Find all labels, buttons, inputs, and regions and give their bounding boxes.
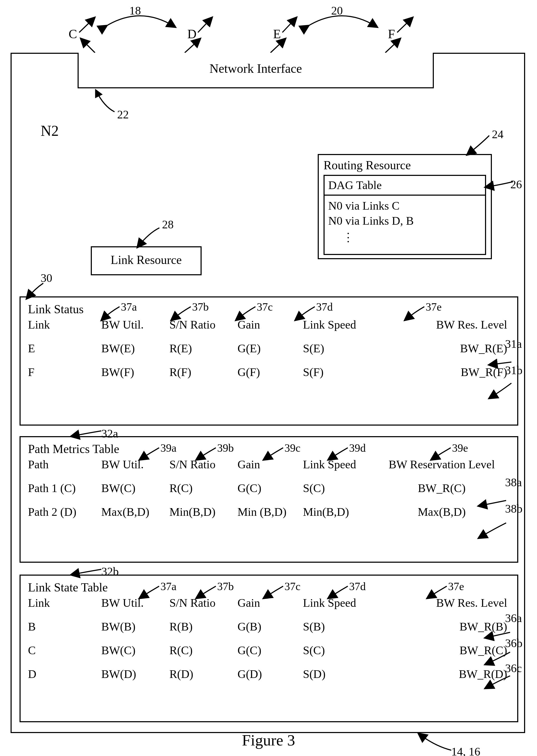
cell: R(C)	[169, 481, 237, 495]
cell: Path 1 (C)	[28, 481, 101, 495]
hdr-path: Path	[28, 458, 101, 471]
cell: S(D)	[303, 667, 382, 681]
link-resource-box: Link Resource	[91, 246, 202, 275]
link-status-box: Link Status 37a 37b 37c 37d 37e Link BW …	[20, 296, 518, 426]
ref28-lead	[133, 225, 175, 249]
cell: S(C)	[303, 481, 376, 495]
cell: S(B)	[303, 620, 382, 633]
ref31a-label: 31a	[505, 337, 522, 351]
svg-text:39e: 39e	[452, 442, 468, 454]
svg-line-2	[82, 40, 95, 53]
cell: R(E)	[169, 342, 237, 355]
link-state-row-C: C BW(C) R(C) G(C) S(C) BW_R(C)	[28, 644, 513, 667]
ref24-label: 24	[492, 128, 504, 141]
network-interface-box: Network Interface	[78, 53, 434, 88]
n2-device-box: Network Interface 22 N2 Routing Resource…	[11, 53, 525, 733]
link-resource-label: Link Resource	[110, 253, 182, 267]
hdr-link: Link	[28, 318, 101, 331]
ref38-leads	[475, 487, 522, 553]
cell: Min(B,D)	[303, 505, 376, 519]
ref36c-label: 36c	[505, 662, 522, 675]
cell: B	[28, 620, 101, 633]
cell-link-F: F	[28, 365, 101, 379]
svg-text:37a: 37a	[160, 581, 177, 592]
cell: Min(B,D)	[169, 505, 237, 519]
link-state-row-B: B BW(B) R(B) G(B) S(B) BW_R(B)	[28, 620, 513, 644]
routing-resource-box: Routing Resource DAG Table N0 via Links …	[318, 154, 492, 259]
cell: S(F)	[303, 365, 382, 379]
cell: Max(B,D)	[101, 505, 169, 519]
cell: S(C)	[303, 644, 382, 657]
link-state-box: Link State Table 37a 37b 37c 37d 37e Lin…	[20, 575, 518, 722]
cell: G(B)	[237, 620, 303, 633]
path-row-2: Path 2 (D) Max(B,D) Min(B,D) Min (B,D) M…	[28, 505, 513, 537]
cell: D	[28, 667, 101, 681]
link-status-title: Link Status	[28, 302, 102, 316]
dag-row-0: N0 via Links C	[328, 198, 481, 213]
svg-text:37b: 37b	[217, 581, 234, 592]
cell: Min (B,D)	[237, 505, 303, 519]
svg-text:39c: 39c	[284, 442, 301, 454]
svg-text:37c: 37c	[257, 301, 273, 313]
cell: G(C)	[237, 481, 303, 495]
svg-line-5	[198, 19, 211, 32]
hdr-link: Link	[28, 596, 101, 610]
svg-text:39a: 39a	[160, 442, 177, 454]
svg-text:D: D	[187, 27, 197, 41]
ref36b-label: 36b	[505, 636, 522, 650]
cell: R(F)	[169, 365, 237, 379]
svg-text:E: E	[273, 27, 281, 41]
linkstate-header-leads: 37a 37b 37c 37d 37e	[100, 580, 522, 601]
dag-row-1: N0 via Links D, B	[328, 213, 481, 228]
cell: BW(C)	[101, 481, 169, 495]
cell: S(E)	[303, 342, 382, 355]
svg-line-8	[282, 19, 296, 32]
svg-text:37c: 37c	[284, 581, 301, 592]
ref22-lead	[88, 88, 141, 120]
cell: C	[28, 644, 101, 657]
cell: G(C)	[237, 644, 303, 657]
svg-text:37e: 37e	[448, 581, 464, 592]
cell: R(C)	[169, 644, 237, 657]
link-status-row-E: E BW(E) R(E) G(E) S(E) BW_R(E)	[28, 342, 513, 365]
svg-text:37d: 37d	[316, 301, 333, 313]
node-n2-label: N2	[41, 122, 59, 139]
svg-line-1	[79, 19, 94, 32]
cell: G(E)	[237, 342, 303, 355]
path-metrics-box: Path Metrics Table 39a 39b 39c 39d 39e P…	[20, 436, 518, 563]
link-status-row-F: F BW(F) R(F) G(F) S(F) BW_R(F)	[28, 365, 513, 400]
cell: Path 2 (D)	[28, 505, 101, 519]
ref38a-label: 38a	[505, 476, 522, 489]
dag-table-title: DAG Table	[325, 176, 485, 196]
cell: BW(B)	[101, 620, 169, 633]
cell: R(B)	[169, 620, 237, 633]
cell: R(D)	[169, 667, 237, 681]
svg-line-9	[270, 40, 284, 53]
svg-line-12	[397, 19, 412, 32]
svg-text:37d: 37d	[349, 581, 366, 592]
cell: G(F)	[237, 365, 303, 379]
cell-link-E: E	[28, 342, 101, 355]
svg-line-6	[185, 40, 199, 53]
ref36a-label: 36a	[505, 612, 522, 625]
cell: BW(D)	[101, 667, 169, 681]
network-interface-label: Network Interface	[210, 61, 302, 75]
routing-resource-title: Routing Resource	[323, 158, 486, 172]
ref26-label: 26	[510, 178, 522, 191]
svg-text:F: F	[388, 27, 395, 41]
svg-text:C: C	[68, 27, 77, 41]
pathmetrics-header-leads: 39a 39b 39c 39d 39e	[100, 441, 522, 462]
ref31b-label: 31b	[505, 364, 522, 377]
svg-text:18: 18	[129, 4, 141, 17]
svg-text:39b: 39b	[217, 442, 234, 454]
top-ports-arrows: C 18 D E 20 F	[0, 0, 537, 61]
cell: BW(F)	[101, 365, 169, 379]
path-row-1: Path 1 (C) BW(C) R(C) G(C) S(C) BW_R(C)	[28, 481, 513, 505]
ref38b-label: 38b	[505, 502, 522, 515]
svg-line-13	[385, 40, 399, 53]
svg-text:20: 20	[331, 4, 343, 17]
linkstatus-header-leads: 37a 37b 37c 37d 37e	[100, 301, 522, 322]
figure-caption: Figure 3	[0, 731, 537, 749]
cell: BW(E)	[101, 342, 169, 355]
svg-text:37b: 37b	[192, 301, 209, 313]
